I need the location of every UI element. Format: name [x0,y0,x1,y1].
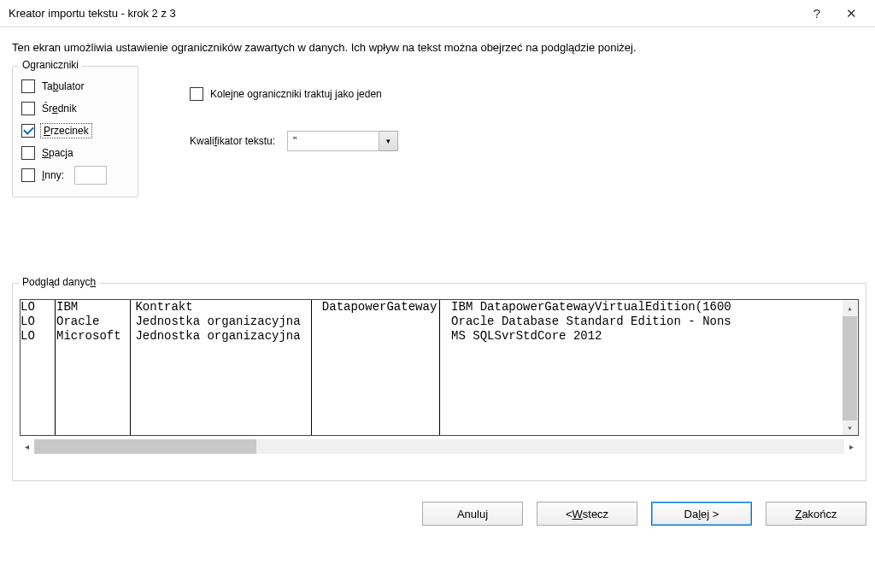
delimiter-other-label: Inny: [42,169,64,181]
delimiter-comma-checkbox[interactable] [21,124,35,138]
horizontal-scrollbar[interactable]: ◂ ▸ [20,439,859,454]
back-button[interactable]: < Wstecz [537,502,637,526]
delimiter-semicolon-checkbox[interactable] [21,102,35,115]
preview-group: Podgląd danych LO IBM Kontrakt Datapower… [12,283,866,481]
delimiter-semicolon-row[interactable]: Średnik [21,97,127,120]
delimiter-comma-row[interactable]: Przecinek [21,120,127,142]
scroll-left-icon[interactable]: ◂ [20,439,34,454]
scroll-right-icon[interactable]: ▸ [844,439,859,454]
scroll-down-icon[interactable]: ▾ [847,420,852,436]
scroll-up-icon[interactable]: ▴ [847,301,852,316]
qualifier-dropdown-button[interactable]: ▾ [379,131,398,151]
delimiter-space-checkbox[interactable] [21,146,35,160]
delimiters-group: Ograniczniki Tabulator Średnik Przecinek… [12,66,138,197]
close-button[interactable]: ✕ [834,0,868,27]
horizontal-scroll-thumb[interactable] [34,439,256,454]
delimiter-other-row[interactable]: Inny: [21,164,127,186]
chevron-down-icon: ▾ [386,137,391,145]
preview-text: LO IBM Kontrakt DatapowerGateway IBM Dat… [21,300,731,344]
cancel-button[interactable]: Anuluj [422,502,523,526]
delimiter-semicolon-label: Średnik [42,103,77,115]
finish-button[interactable]: Zakończ [766,502,866,526]
delimiter-space-label: Spacja [42,147,73,159]
delimiter-other-checkbox[interactable] [21,168,35,182]
instruction-text: Ten ekran umożliwia ustawienie ograniczn… [12,41,866,54]
button-row: Anuluj < Wstecz Dalej > Zakończ [0,490,875,534]
delimiter-other-input[interactable] [74,166,107,185]
preview-viewport[interactable]: LO IBM Kontrakt DatapowerGateway IBM Dat… [20,299,859,436]
options-row: Ograniczniki Tabulator Średnik Przecinek… [12,66,866,197]
delimiter-space-row[interactable]: Spacja [21,142,127,164]
right-options: Kolejne ograniczniki traktuj jako jeden … [190,66,398,151]
delimiter-tab-label: Tabulator [42,80,84,92]
qualifier-label: Kwalifikator tekstu: [190,135,275,147]
titlebar: Kreator importu tekstu - krok 2 z 3 ? ✕ [0,0,875,27]
help-button[interactable]: ? [800,0,834,27]
consecutive-label: Kolejne ograniczniki traktuj jako jeden [210,88,382,100]
delimiter-tab-row[interactable]: Tabulator [21,75,127,97]
qualifier-select[interactable]: " ▾ [287,131,398,151]
delimiters-legend: Ograniczniki [19,59,82,71]
preview-container: LO IBM Kontrakt DatapowerGateway IBM Dat… [20,299,859,463]
column-divider [439,300,440,435]
column-divider [55,300,56,435]
vertical-scroll-thumb[interactable] [843,316,857,420]
preview-legend: Podgląd danych [19,276,99,288]
vertical-scrollbar[interactable]: ▴ ▾ [843,301,857,436]
dialog-content: Ten ekran umożliwia ustawienie ograniczn… [0,27,875,490]
column-divider [130,300,131,435]
next-button[interactable]: Dalej > [651,502,752,526]
consecutive-checkbox[interactable] [190,87,203,101]
horizontal-scroll-track[interactable] [34,439,844,454]
window-title: Kreator importu tekstu - krok 2 z 3 [9,7,800,20]
qualifier-row: Kwalifikator tekstu: " ▾ [190,131,398,151]
consecutive-row[interactable]: Kolejne ograniczniki traktuj jako jeden [190,83,398,105]
delimiter-tab-checkbox[interactable] [21,79,35,93]
qualifier-value[interactable]: " [287,131,379,151]
column-divider [311,300,312,435]
delimiter-comma-label: Przecinek [42,125,91,137]
